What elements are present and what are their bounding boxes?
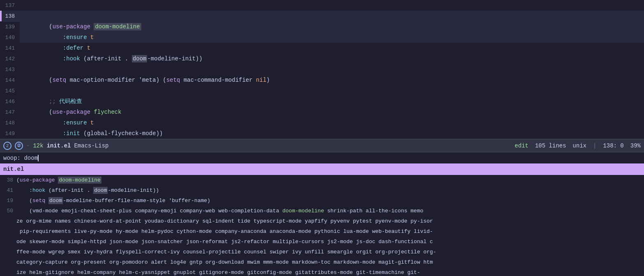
result-item-cont-3: ode skewer-mode simple-httpd json-mode j… — [0, 237, 644, 247]
result-content-19: (setq doom-modeline-buffer-file-name-sty… — [16, 196, 641, 206]
line-number-140: 140 — [0, 32, 20, 43]
status-position: 138: 0 — [603, 143, 623, 149]
status-lines: 105 lines — [535, 143, 566, 149]
result-item-50[interactable]: 50 (vmd-mode emoji-cheat-sheet-plus comp… — [0, 206, 644, 216]
line-number-141: 141 — [0, 43, 20, 54]
status-left: 2 ② - 12k init.el Emacs-Lisp — [3, 142, 108, 150]
editor-container: 137 ;; 下面显示的状态栏 138 (use-package doom-mo… — [0, 0, 644, 276]
line-content-142 — [20, 53, 644, 64]
status-percent: 39% — [630, 143, 641, 149]
status-bar: 2 ② - 12k init.el Emacs-Lisp edit 105 li… — [0, 139, 644, 152]
result-num-50: 50 — [3, 206, 16, 216]
results-header: nit.el — [0, 163, 644, 175]
code-line-140: 140 :defer t — [0, 32, 644, 43]
status-size: 12k — [33, 143, 43, 149]
code-line-144: 144 — [0, 75, 644, 85]
minibuffer[interactable]: woop: doom — [0, 152, 644, 163]
result-item-38[interactable]: 38 (use-package doom-modeline — [0, 175, 644, 185]
result-num-41: 41 — [3, 185, 16, 196]
code-line-138: 138 (use-package doom-modeline — [0, 11, 644, 21]
code-line-137: 137 ;; 下面显示的状态栏 — [0, 0, 644, 11]
code-area: 137 ;; 下面显示的状态栏 138 (use-package doom-mo… — [0, 0, 644, 139]
status-mode: Emacs-Lisp — [74, 143, 108, 149]
line-number-149: 149 — [0, 129, 20, 139]
line-number-148: 148 — [0, 118, 20, 129]
result-content-50: (vmd-mode emoji-cheat-sheet-plus company… — [16, 206, 641, 216]
status-edit: edit — [515, 143, 529, 149]
result-content-38: (use-package doom-modeline — [16, 175, 641, 185]
minibuffer-cursor — [38, 155, 39, 161]
result-item-41[interactable]: 41 :hook (after-init . doom-modeline-ini… — [0, 185, 644, 196]
result-item-19[interactable]: 19 (setq doom-modeline-buffer-file-name-… — [0, 196, 644, 206]
code-line-143: 143 (setq mac-option-modifier 'meta) (se… — [0, 64, 644, 75]
status-right: edit 105 lines unix | 138: 0 39% — [515, 143, 641, 149]
result-item-cont-5: category-capture org-present org-pomodor… — [0, 257, 644, 267]
code-line-147: 147 :ensure t — [0, 107, 644, 117]
minibuffer-input[interactable]: doom — [24, 155, 38, 161]
code-line-146: 146 (use-package flycheck — [0, 96, 644, 107]
result-num-38: 38 — [3, 175, 16, 185]
status-indicator-1: 2 — [3, 142, 12, 150]
result-item-cont-1: ze org-mime names chinese-word-at-point … — [0, 216, 644, 226]
code-line-149: 149 — [0, 128, 644, 139]
status-indicator-2: ② — [15, 142, 23, 150]
status-dash: - — [26, 143, 30, 149]
status-filename[interactable]: init.el — [47, 143, 71, 149]
minibuffer-prompt: woop: — [3, 155, 21, 161]
line-number-146: 146 — [0, 97, 20, 107]
line-number-144: 144 — [0, 75, 20, 86]
line-number-137: 137 — [0, 0, 20, 11]
code-line-142: 142 — [0, 53, 644, 64]
code-line-141: 141 :hook (after-init . doom-modeline-in… — [0, 43, 644, 53]
line-number-138: 138 — [2, 11, 20, 22]
results-area: 38 (use-package doom-modeline 41 :hook (… — [0, 175, 644, 276]
line-content-149 — [20, 128, 644, 139]
result-item-cont-2: pip-requirements live-py-mode hy-mode he… — [0, 226, 644, 237]
result-item-cont-6: ize helm-gitignore helm-company helm-c-y… — [0, 267, 644, 276]
code-line-139: 139 :ensure t — [0, 21, 644, 32]
result-item-cont-4: ffee-mode wgrep smex ivy-hydra flyspell-… — [0, 247, 644, 257]
status-encoding: unix — [573, 143, 586, 149]
line-number-142: 142 — [0, 54, 20, 64]
line-number-139: 139 — [0, 22, 20, 32]
result-content-41: :hook (after-init . doom-modeline-init)) — [16, 185, 641, 196]
line-number-147: 147 — [0, 107, 20, 118]
line-number-143: 143 — [0, 64, 20, 75]
line-number-145: 145 — [0, 86, 20, 97]
code-line-148: 148 :init (global-flycheck-mode)) — [0, 117, 644, 128]
line-content-144 — [20, 75, 644, 85]
result-num-19: 19 — [3, 196, 16, 206]
code-line-145: 145 ;; 代码检查 — [0, 85, 644, 96]
